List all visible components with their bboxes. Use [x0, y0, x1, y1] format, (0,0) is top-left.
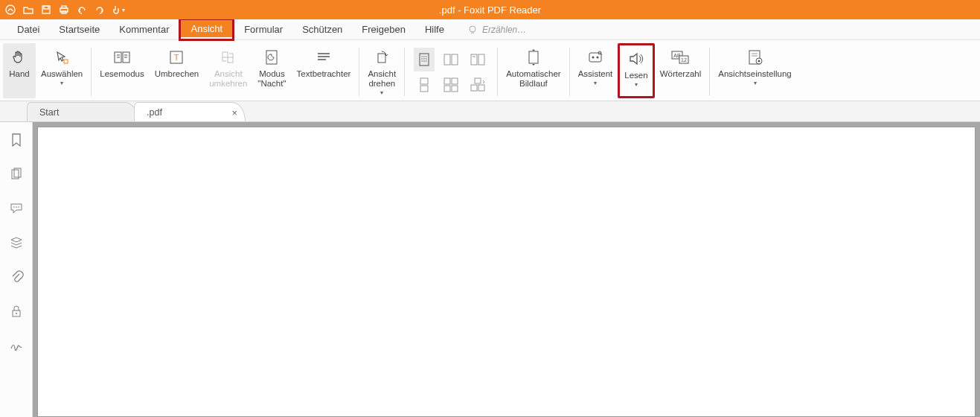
ribbon-ansicht: Hand Auswählen ▾ Lesemodus T Umbrechen A…: [0, 40, 980, 101]
bookmark-icon[interactable]: [9, 133, 24, 147]
cover-facing-icon[interactable]: [467, 48, 488, 71]
rotate-view-button[interactable]: Ansichtdrehen ▾: [362, 43, 401, 98]
autoscroll-icon: [525, 48, 542, 66]
read-mode-button[interactable]: Lesemodus: [95, 43, 149, 98]
print-icon[interactable]: [58, 4, 70, 16]
assistant-button[interactable]: Assistent ▾: [573, 43, 618, 98]
chevron-down-icon: ▾: [754, 80, 757, 86]
app-logo-icon[interactable]: [4, 4, 16, 16]
signature-icon[interactable]: [9, 338, 24, 353]
navigation-panel: [0, 122, 33, 417]
menu-ansicht-highlight: Ansicht: [179, 18, 234, 41]
quick-access-toolbar: ▾: [4, 4, 124, 16]
select-tool-button[interactable]: Auswählen ▾: [36, 43, 88, 98]
svg-point-55: [758, 60, 760, 63]
svg-rect-29: [471, 54, 477, 65]
undo-icon[interactable]: [76, 4, 88, 16]
attachments-icon[interactable]: [9, 270, 24, 284]
svg-rect-4: [62, 6, 66, 8]
chevron-down-icon: ▾: [60, 80, 63, 86]
chevron-down-icon: ▾: [594, 80, 597, 86]
svg-rect-27: [444, 54, 450, 65]
tab-label: .pdf: [147, 107, 162, 118]
book-icon: [113, 50, 131, 65]
svg-rect-34: [444, 78, 450, 84]
touch-mode-icon[interactable]: ▾: [112, 4, 124, 16]
reflow-button[interactable]: T Umbrechen: [150, 43, 204, 98]
continuous-facing-icon[interactable]: [441, 73, 461, 97]
night-mode-button[interactable]: Modus"Nacht": [252, 43, 291, 98]
tab-pdf[interactable]: .pdf ×: [134, 102, 246, 121]
svg-point-60: [18, 206, 19, 208]
svg-rect-40: [478, 85, 484, 91]
view-settings-button[interactable]: Ansichtseinstellung ▾: [713, 43, 796, 98]
svg-rect-7: [64, 60, 68, 63]
menu-schuetzen[interactable]: Schützen: [292, 19, 352, 39]
separate-cover-icon[interactable]: [467, 73, 488, 97]
pdf-page: [37, 127, 976, 417]
svg-rect-17: [228, 57, 233, 63]
workspace: [0, 122, 980, 417]
svg-rect-16: [222, 52, 228, 57]
page-display-grid: [408, 43, 494, 101]
close-icon[interactable]: ×: [231, 107, 237, 118]
svg-rect-36: [444, 86, 450, 92]
rotate-icon: [374, 49, 390, 66]
window-title: .pdf - Foxit PDF Reader: [439, 4, 541, 16]
svg-point-62: [16, 313, 17, 314]
menu-kommentar[interactable]: Kommentar: [109, 19, 179, 39]
tab-label: Start: [39, 107, 59, 118]
invert-icon: [220, 50, 237, 65]
svg-rect-38: [475, 78, 481, 83]
single-page-icon[interactable]: [414, 48, 435, 71]
svg-point-58: [13, 206, 15, 208]
svg-text:T: T: [174, 53, 179, 62]
lightbulb-icon: [467, 25, 478, 35]
text-viewer-button[interactable]: Textbetrachter: [292, 43, 356, 98]
document-tabs: Start .pdf ×: [0, 101, 980, 122]
pages-icon[interactable]: [9, 167, 24, 182]
facing-page-icon[interactable]: [441, 48, 461, 71]
svg-rect-39: [471, 85, 477, 91]
svg-rect-37: [452, 86, 458, 92]
tab-start[interactable]: Start: [27, 102, 138, 121]
wordcount-icon: AB12: [670, 50, 690, 65]
menu-startseite[interactable]: Startseite: [49, 19, 109, 39]
menu-formular[interactable]: Formular: [234, 19, 292, 39]
menu-hilfe[interactable]: Hilfe: [415, 19, 454, 39]
search-placeholder: Erzählen…: [482, 25, 526, 35]
comments-icon[interactable]: [9, 201, 24, 216]
svg-point-0: [6, 5, 15, 14]
svg-point-43: [592, 57, 594, 59]
night-icon: [263, 49, 280, 66]
security-icon[interactable]: [9, 304, 24, 319]
svg-point-44: [596, 57, 598, 59]
autoscroll-button[interactable]: AutomatischerBildlauf: [501, 43, 566, 98]
word-count-button[interactable]: AB12 Wörterzahl: [655, 43, 707, 98]
menu-freigeben[interactable]: Freigeben: [352, 19, 415, 39]
svg-rect-23: [420, 54, 429, 66]
svg-rect-22: [378, 54, 385, 63]
layers-icon[interactable]: [9, 235, 24, 250]
redo-icon[interactable]: [94, 4, 106, 16]
svg-point-6: [470, 26, 475, 32]
save-icon[interactable]: [40, 4, 52, 16]
assistant-icon: [587, 49, 603, 66]
open-icon[interactable]: [22, 4, 34, 16]
title-bar: ▾ .pdf - Foxit PDF Reader: [0, 0, 980, 19]
svg-rect-33: [420, 86, 428, 92]
reflow-icon: T: [168, 50, 185, 65]
page-area[interactable]: [33, 122, 980, 417]
menu-datei[interactable]: Datei: [7, 19, 49, 39]
speaker-icon: [627, 51, 645, 67]
svg-rect-28: [452, 54, 458, 65]
svg-rect-41: [529, 51, 538, 63]
menu-ansicht[interactable]: Ansicht: [181, 20, 232, 39]
read-aloud-button[interactable]: Lesen ▾: [618, 43, 654, 98]
continuous-icon[interactable]: [414, 73, 435, 97]
hand-tool-button[interactable]: Hand: [3, 43, 36, 98]
svg-rect-2: [44, 6, 48, 9]
tell-me-search[interactable]: Erzählen…: [467, 19, 526, 39]
svg-rect-32: [420, 78, 428, 84]
chevron-down-icon: ▾: [635, 81, 638, 88]
